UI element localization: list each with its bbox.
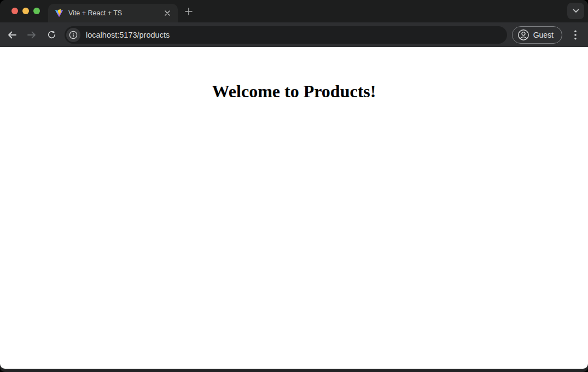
profile-label: Guest bbox=[533, 31, 554, 39]
browser-menu-button[interactable] bbox=[568, 26, 583, 44]
forward-button bbox=[22, 25, 42, 45]
browser-toolbar: localhost:5173/products Guest bbox=[0, 22, 588, 47]
tab-vite-react-ts[interactable]: Vite + React + TS bbox=[48, 4, 178, 22]
forward-arrow-icon bbox=[27, 31, 37, 39]
close-tab-button[interactable] bbox=[161, 7, 173, 19]
page-content: Welcome to Products! bbox=[0, 47, 588, 369]
vite-logo-icon bbox=[55, 9, 63, 17]
new-tab-button[interactable] bbox=[181, 4, 196, 19]
window-controls bbox=[11, 8, 40, 14]
site-info-button[interactable] bbox=[66, 28, 80, 42]
minimize-window-button[interactable] bbox=[22, 8, 29, 14]
tab-strip: Vite + React + TS bbox=[0, 0, 588, 22]
tab-search-button[interactable] bbox=[567, 3, 584, 19]
zoom-window-button[interactable] bbox=[33, 8, 40, 14]
reload-button[interactable] bbox=[42, 25, 61, 45]
tab-title: Vite + React + TS bbox=[68, 9, 161, 17]
address-bar[interactable]: localhost:5173/products bbox=[65, 26, 507, 44]
url-text[interactable]: localhost:5173/products bbox=[86, 31, 170, 39]
back-button[interactable] bbox=[2, 25, 22, 45]
browser-window: Vite + React + TS bbox=[0, 0, 588, 372]
kebab-menu-icon bbox=[574, 30, 577, 40]
reload-icon bbox=[47, 30, 56, 39]
close-icon bbox=[165, 10, 170, 16]
info-icon bbox=[69, 31, 78, 39]
profile-button[interactable]: Guest bbox=[512, 26, 562, 44]
back-arrow-icon bbox=[7, 31, 17, 39]
close-window-button[interactable] bbox=[11, 8, 18, 14]
plus-icon bbox=[185, 8, 193, 15]
person-icon bbox=[517, 29, 529, 41]
page-heading: Welcome to Products! bbox=[0, 82, 588, 101]
chevron-down-icon bbox=[573, 9, 579, 13]
